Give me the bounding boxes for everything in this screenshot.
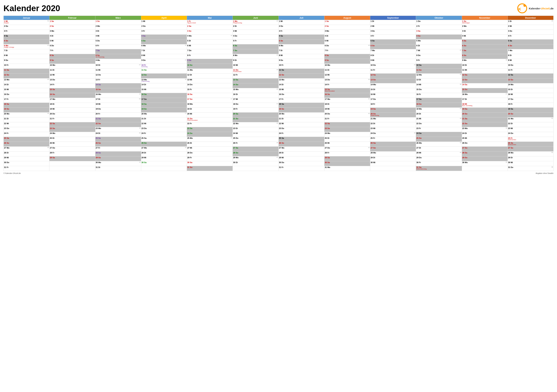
table-row: 0420 Mo 20 Do 20 Fr 1720 Mo 20 Mi 20 Sa … [4,112,554,117]
jul-6: 6 Mo [278,44,324,49]
jul-24: 24 Fr [278,132,324,137]
table-row: 011 Mi Neujahr 1 Sa 1 So 1 Mi 1 Fr Tag d… [4,20,554,25]
jun-19: 19 Fr [233,108,278,112]
mai-13: 13 Mi [187,79,233,83]
nov-4: 4 Mi [462,35,508,40]
okt-11: 11 So [416,69,462,73]
mar-18: 18 Mi [95,103,141,108]
mai-2: 2 Sa [187,25,233,30]
apr-30: 30 Sa [141,161,187,166]
mai-22: 22 Fr [187,122,233,127]
aug-22: 22 Sa [324,122,370,127]
dez-3: 3 Do [508,30,553,35]
table-row: 24 Fr 24 Mo 0924 Di 24 Fr 24 So 24 Mi 24… [4,132,554,137]
jul-11: 11 Sa [278,69,324,73]
dez-26: 26 Sa Weihnachten [508,142,553,147]
mar-19: 19 Do [95,108,141,112]
mar-9: 9 Mo [95,59,141,64]
nov-25: 25 Mi [462,137,508,142]
jul-9: 9 Do [278,59,324,64]
jun-1: 231 Mo Pfingstmontag [233,20,278,25]
nov-14: 14 Sa [462,83,508,88]
dez-27: 27 So [508,147,553,152]
mar-25: 25 Sa [95,137,141,142]
feb-1: 1 Sa [49,20,95,25]
sep-24: 3524 Do [370,132,416,137]
jan-2: 2 Do [4,25,49,30]
table-row: 29 Mi 29 Sa 29 So 29 Mi 29 Fr 2729 Mo 29… [4,156,554,161]
footer-left: © Kalender-Uhrzeit.de [3,172,21,174]
page-title: Kalender 2020 [3,4,60,13]
table-row: 28 Di 28 Fr 28 Sa 28 Di 28 Do 28 So 28 D… [4,152,554,156]
jun-30: 30 Di [233,161,278,166]
dez-13: 13 So [508,79,553,83]
apr-24: 24 Fr [141,132,187,137]
dez-29: 29 Di [508,156,553,161]
feb-13: 13 Do [49,79,95,83]
aug-1: 1 Sa [324,20,370,25]
feb-4: 4 Di [49,35,95,40]
feb-19: 19 Mi [49,108,95,112]
nov-17: 17 Di [462,98,508,103]
jan-12: 12 So [4,73,49,79]
month-header-mar: März [95,16,141,20]
aug-2: 2 So [324,25,370,30]
dez-16: 16 Mi [508,93,553,98]
mai-17: 1717 So [187,98,233,103]
table-row: 12 So 12 Mi 12 Do 12 So 12 Di 12 Fr 12 S… [4,73,554,79]
aug-10: 10 Mo [324,64,370,69]
apr-25: 25 Sa [141,137,187,142]
okt-22: 22 Do [416,122,462,127]
apr-20: 1720 Mo [141,112,187,117]
table-row: 31 Fr 31 Di 31 So 31 Fr 31 Mo 31 Sa Refo… [4,166,554,171]
nov-26: 26 Do [462,142,508,147]
mar-30: 1430 Mo [95,161,141,166]
dez-15: 15 Di [508,88,553,93]
svg-point-1 [524,4,526,7]
sep-4: 4 Fr [370,35,416,40]
sep-9: 9 Mi [370,59,416,64]
aug-18: 18 Di [324,103,370,108]
mai-28: 28 Do [187,152,233,156]
dez-9: 9 Mi [508,59,553,64]
nov-2: 2 Mo [462,25,508,30]
sep-10: 3310 Do [370,64,416,69]
jun-29: 2729 Mo [233,156,278,161]
table-row: 17 Fr 17 Mo 0817 Di 17 So 1717 So 17 Mi … [4,98,554,103]
mai-1: 1 Fr Tag der Arbeit [187,20,233,25]
jan-5: 5 So [4,40,49,44]
jun-9: 9 Di [233,59,278,64]
dez-28: 5328 Mo [508,152,553,156]
sep-25: 25 Fr [370,137,416,142]
aug-30: 30 So [324,161,370,166]
mar-15: 15 So [95,88,141,93]
svg-text:K: K [518,7,521,11]
feb-25: 25 Di [49,137,95,142]
okt-16: 16 Fr [416,93,462,98]
jun-17: 17 Mi [233,98,278,103]
jan-26: 26 So [4,142,49,147]
apr-26: 26 So [141,142,187,147]
jun-31 [233,166,278,171]
sep-11: 11 Fr [370,69,416,73]
nov-13: 13 So [462,79,508,83]
month-header-okt: Oktober [416,16,462,20]
aug-27: 3127 Do [324,147,370,152]
apr-6: 156 Mo [141,44,187,49]
apr-10: 10 Fr Karfreitag [141,64,187,69]
feb-21: 21 Fr [49,117,95,122]
apr-4: 4 Sa [141,35,187,40]
feb-2: 2 So [49,25,95,30]
table-row: 2 Do 2 So 2 Mo 2 Do 2 Sa 2 Di 2 Do 2 So … [4,25,554,30]
feb-8: 8 Sa [49,54,95,59]
jul-21: 21 Di [278,117,324,122]
jul-16: 16 Do [278,93,324,98]
sep-14: 14 Mo [370,83,416,88]
table-row: 5 So 5 Mi 5 Do 5 So 5 Di 5 Fr 5 So 5 Mi … [4,40,554,44]
mai-27: 27 Mi [187,147,233,152]
apr-23: 23 Do [141,127,187,132]
feb-31 [49,166,95,171]
apr-16: 16 Sa [141,93,187,98]
mai-11: 11 Mo [187,69,233,73]
okt-19: 4319 Mo [416,108,462,112]
